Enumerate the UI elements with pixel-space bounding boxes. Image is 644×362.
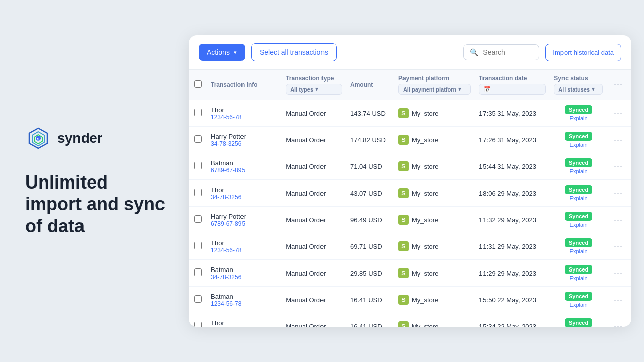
table-row: Batman 34-78-3256 Manual Order 29.85 USD… <box>189 260 631 287</box>
platform-filter[interactable]: All payment platforn ▾ <box>398 84 471 95</box>
amount-header: Amount <box>346 70 394 100</box>
sync-status-filter[interactable]: All statuses ▾ <box>554 84 603 95</box>
tx-id-link[interactable]: 1234-56-78 <box>211 247 278 254</box>
platform-header: Payment platform All payment platforn ▾ <box>394 70 475 100</box>
platform-cell: S My_store <box>394 313 475 327</box>
toolbar: Actions Select all transactions 🔍 Import… <box>189 35 631 70</box>
action-header: ··· <box>607 70 631 100</box>
tx-type-cell: Manual Order <box>282 260 346 287</box>
sync-status-cell: Synced Explain <box>550 153 607 180</box>
tx-type-cell: Manual Order <box>282 233 346 260</box>
sync-status-chevron-icon: ▾ <box>592 86 595 93</box>
tx-name: Thor <box>211 239 278 247</box>
tx-name: Harry Potter <box>211 213 278 220</box>
tx-info-cell: Thor 1234-56-78 <box>207 100 282 127</box>
row-more-button[interactable]: ··· <box>611 320 626 327</box>
row-more-button[interactable]: ··· <box>611 160 626 173</box>
date-cell: 15:50 22 May, 2023 <box>475 287 550 313</box>
action-cell: ··· <box>607 207 631 233</box>
tx-id-link[interactable]: 6789-67-895 <box>211 327 278 327</box>
explain-link[interactable]: Explain <box>570 115 588 121</box>
synced-badge: Synced <box>565 185 592 194</box>
row-checkbox-4[interactable] <box>194 215 202 223</box>
action-cell: ··· <box>607 180 631 207</box>
tx-type-filter[interactable]: All types ▾ <box>286 84 342 95</box>
main-card: Actions Select all transactions 🔍 Import… <box>189 35 631 327</box>
search-icon: 🔍 <box>470 48 478 56</box>
explain-link[interactable]: Explain <box>570 302 588 308</box>
shopify-icon: S <box>398 161 409 171</box>
actions-chevron-icon <box>234 49 237 56</box>
row-checkbox-3[interactable] <box>194 189 202 196</box>
amount-cell: 43.07 USD <box>346 180 394 207</box>
table-row: Harry Potter 34-78-3256 Manual Order 174… <box>189 127 631 153</box>
action-cell: ··· <box>607 100 631 127</box>
logo-text: synder <box>57 130 102 146</box>
explain-link[interactable]: Explain <box>570 275 588 281</box>
tx-type-cell: Manual Order <box>282 180 346 207</box>
sync-status-header: Sync status All statuses ▾ <box>550 70 607 100</box>
select-all-checkbox[interactable] <box>194 80 202 88</box>
platform-name: My_store <box>412 243 438 250</box>
date-filter[interactable]: 📅 <box>479 84 546 95</box>
tx-type-cell: Manual Order <box>282 287 346 313</box>
row-checkbox-cell <box>189 127 207 153</box>
explain-link[interactable]: Explain <box>570 168 588 174</box>
explain-link[interactable]: Explain <box>570 142 588 148</box>
row-more-button[interactable]: ··· <box>611 267 626 280</box>
tx-info-cell: Thor 6789-67-895 <box>207 313 282 327</box>
row-checkbox-5[interactable] <box>194 242 202 249</box>
transactions-table: Transaction info Transaction type All ty… <box>189 70 631 327</box>
tx-id-link[interactable]: 34-78-3256 <box>211 194 278 201</box>
row-checkbox-8[interactable] <box>194 322 202 327</box>
platform-name: My_store <box>412 216 438 224</box>
row-more-button[interactable]: ··· <box>611 214 626 226</box>
row-checkbox-0[interactable] <box>194 109 202 116</box>
amount-cell: 69.71 USD <box>346 233 394 260</box>
row-checkbox-6[interactable] <box>194 268 202 276</box>
shopify-icon: S <box>398 321 409 327</box>
tx-id-link[interactable]: 6789-67-895 <box>211 167 278 174</box>
row-checkbox-2[interactable] <box>194 162 202 169</box>
select-all-transactions-button[interactable]: Select all transactions <box>251 43 337 61</box>
amount-cell: 71.04 USD <box>346 153 394 180</box>
tx-id-link[interactable]: 6789-67-895 <box>211 220 278 227</box>
tx-id-link[interactable]: 1234-56-78 <box>211 300 278 307</box>
tx-info-cell: Harry Potter 34-78-3256 <box>207 127 282 153</box>
row-checkbox-cell <box>189 287 207 313</box>
action-cell: ··· <box>607 127 631 153</box>
tx-name: Batman <box>211 293 278 300</box>
date-cell: 11:31 29 May, 2023 <box>475 233 550 260</box>
amount-cell: 174.82 USD <box>346 127 394 153</box>
synced-badge: Synced <box>565 132 592 141</box>
search-input[interactable] <box>482 48 533 56</box>
table-row: Batman 1234-56-78 Manual Order 16.41 USD… <box>189 287 631 313</box>
platform-cell: S My_store <box>394 260 475 287</box>
explain-link[interactable]: Explain <box>570 222 588 228</box>
row-checkbox-cell <box>189 233 207 260</box>
platform-cell: S My_store <box>394 287 475 313</box>
tx-type-cell: Manual Order <box>282 100 346 127</box>
tx-id-link[interactable]: 1234-56-78 <box>211 114 278 121</box>
tx-name: Thor <box>211 106 278 114</box>
row-checkbox-1[interactable] <box>194 135 202 143</box>
shopify-icon: S <box>398 188 409 198</box>
row-more-button[interactable]: ··· <box>611 187 626 200</box>
import-historical-data-button[interactable]: Import historical data <box>545 44 621 61</box>
header-more-button[interactable]: ··· <box>611 78 626 91</box>
row-more-button[interactable]: ··· <box>611 294 626 306</box>
row-more-button[interactable]: ··· <box>611 240 626 253</box>
explain-link[interactable]: Explain <box>570 248 588 254</box>
table-row: Thor 1234-56-78 Manual Order 143.74 USD … <box>189 100 631 127</box>
tx-id-link[interactable]: 34-78-3256 <box>211 140 278 147</box>
row-checkbox-7[interactable] <box>194 295 202 303</box>
tx-info-cell: Harry Potter 6789-67-895 <box>207 207 282 233</box>
row-more-button[interactable]: ··· <box>611 134 626 146</box>
explain-link[interactable]: Explain <box>570 195 588 201</box>
tx-id-link[interactable]: 34-78-3256 <box>211 274 278 281</box>
shopify-icon: S <box>398 135 409 145</box>
sync-status-cell: Synced Explain <box>550 180 607 207</box>
row-more-button[interactable]: ··· <box>611 107 626 120</box>
actions-button[interactable]: Actions <box>199 44 245 61</box>
amount-cell: 16.41 USD <box>346 313 394 327</box>
